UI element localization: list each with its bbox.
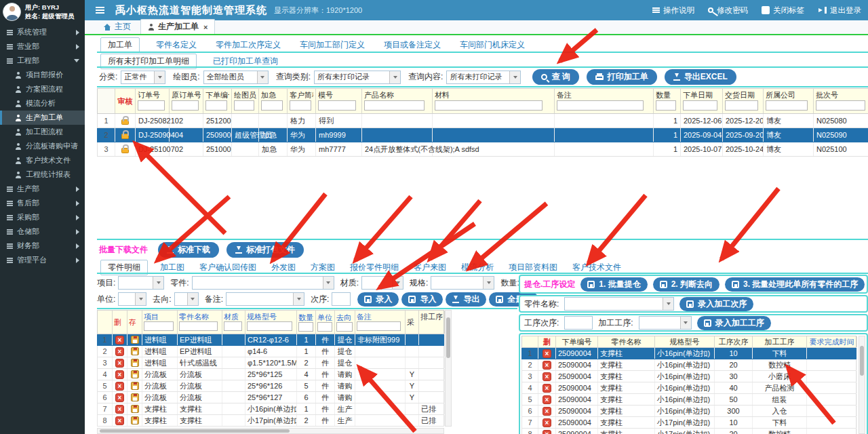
sidebar-group-item[interactable]: 生产部: [0, 182, 85, 196]
process-select[interactable]: [639, 316, 692, 330]
search-button[interactable]: 查 询: [532, 69, 578, 85]
part-row[interactable]: 5 分流板 分流板 25*96*126 5 件 请购 Y: [97, 380, 444, 392]
sidebar-group-engineering[interactable]: 工程部: [0, 54, 85, 68]
unit-filter-input[interactable]: [317, 322, 332, 332]
delete-icon[interactable]: [542, 349, 551, 358]
remark-filter-input[interactable]: [357, 321, 401, 331]
sidebar-group-item[interactable]: 仓储部: [0, 224, 85, 239]
process-row[interactable]: 3 25090004 支撑柱 小16pin(单边扣) 30 小磨床: [521, 371, 856, 382]
order-no-filter-input[interactable]: [138, 100, 165, 111]
export-excel-button[interactable]: 导出EXCEL: [665, 69, 736, 85]
batch-filter-input[interactable]: [816, 100, 865, 111]
process-row[interactable]: 6 25090004 支撑柱 小16pin(单边扣) 300 入仓: [521, 406, 856, 417]
order-code-filter-input[interactable]: [205, 100, 227, 111]
module-tab[interactable]: 项目或备注定义: [381, 38, 443, 52]
parts-vertical-scrollbar[interactable]: [445, 310, 452, 427]
module-tab[interactable]: 车间部门机床定义: [457, 38, 528, 52]
part-row[interactable]: 7 支撑柱 支撑柱 小16pin(单边扣) 1 件 生产 已排: [97, 403, 444, 415]
part-row[interactable]: 8 支撑柱 支撑柱 小17pin(单边扣) 2 件 生产 已排: [97, 415, 444, 427]
lock-icon[interactable]: [121, 148, 129, 153]
delivery-date-filter-input[interactable]: [725, 100, 758, 111]
tab-production-order[interactable]: 生产加工单 ×: [140, 19, 215, 34]
delete-icon[interactable]: [115, 405, 124, 414]
save-icon[interactable]: [131, 416, 139, 425]
save-icon[interactable]: [131, 382, 139, 390]
sidebar-sub-item[interactable]: 模流分析: [0, 96, 85, 111]
dest-filter-input[interactable]: [336, 322, 353, 332]
process-row[interactable]: 4 25090004 支撑柱 小16pin(单边扣) 40 产品检测: [521, 382, 856, 394]
sidebar-sub-item[interactable]: 工程统计报表: [0, 167, 85, 182]
part-row[interactable]: 6 分流板 分流板 25*96*127 6 件 请购 Y: [97, 392, 444, 403]
save-icon[interactable]: [131, 347, 139, 355]
part-row[interactable]: 2 进料咀 EP进料咀 φ14-6 1 件 提仓: [97, 346, 444, 357]
order-row[interactable]: 3 DJ-25100702 25100002 加急 华为 mh7777 24点开…: [97, 142, 868, 157]
module-tab[interactable]: 零件加工次序定义: [213, 38, 283, 52]
batch-store-button[interactable]: 1. 批量提仓: [580, 277, 647, 292]
part-row[interactable]: 1 进料咀 EP进料咀 CR12-φ12-6 1 件 提仓 非标附图999: [97, 334, 444, 346]
sidebar-sub-item[interactable]: 生产加工单: [0, 111, 85, 125]
process-row[interactable]: 5 25090004 支撑柱 小16pin(单边扣) 50 组装: [521, 394, 856, 406]
delete-icon[interactable]: [115, 393, 124, 402]
export-button[interactable]: 导出: [446, 292, 486, 307]
delete-icon[interactable]: [115, 336, 124, 344]
order-row[interactable]: 2 DJ-25090404 25090004 超级管理员 加急 华为 mh999…: [97, 128, 868, 142]
sidebar-toggle-icon[interactable]: [96, 9, 104, 11]
dest-select[interactable]: [174, 292, 199, 306]
save-icon[interactable]: [131, 336, 139, 344]
delete-icon[interactable]: [542, 418, 551, 427]
sidebar-group-item[interactable]: 财务部: [0, 239, 85, 253]
module-tab[interactable]: 加工单: [100, 37, 140, 53]
judge-dest-button[interactable]: 2. 判断去向: [653, 277, 719, 292]
sidebar-sub-item[interactable]: 项目部报价: [0, 68, 85, 82]
part-select[interactable]: [192, 276, 334, 290]
help-link[interactable]: 操作说明: [652, 5, 694, 16]
material-filter-input[interactable]: [224, 321, 242, 331]
delete-icon[interactable]: [115, 359, 124, 368]
drafter-select[interactable]: 全部绘图员: [203, 71, 269, 84]
part-filter-input[interactable]: [179, 321, 218, 331]
company-filter-input[interactable]: [766, 100, 808, 111]
close-icon[interactable]: ×: [203, 24, 208, 31]
process-row[interactable]: 7 25090004 支撑柱 小17pin(单边扣) 10 下料: [521, 417, 856, 429]
save-icon[interactable]: [131, 359, 139, 367]
save-icon[interactable]: [131, 393, 139, 401]
close-tabs-link[interactable]: 关闭标签: [762, 5, 804, 16]
qty-filter-input[interactable]: [656, 100, 676, 111]
sidebar-sub-item[interactable]: 加工图流程: [0, 125, 85, 139]
entry-sequence-button[interactable]: 录入加工次序: [679, 297, 753, 311]
old-order-no-filter-input[interactable]: [172, 100, 199, 111]
import-button[interactable]: 导入: [401, 292, 443, 307]
part-row[interactable]: 4 分流板 分流板 25*96*125 4 件 请购 Y: [97, 369, 444, 380]
spec-select[interactable]: [431, 276, 494, 290]
category-select[interactable]: 正常件: [121, 71, 165, 84]
sidebar-group-item[interactable]: 营业部: [0, 39, 85, 54]
delete-icon[interactable]: [542, 361, 551, 370]
sidebar-sub-item[interactable]: 客户技术文件: [0, 153, 85, 167]
module-tab[interactable]: 零件名定义: [153, 38, 199, 52]
sidebar-group-item[interactable]: 系统管理: [0, 25, 85, 39]
module-tab[interactable]: 车间加工部门定义: [297, 38, 368, 52]
parts-horizontal-scrollbar[interactable]: [97, 428, 444, 434]
tab-home[interactable]: 主页: [97, 20, 138, 34]
spec-filter-input[interactable]: [247, 321, 292, 331]
print-order-button[interactable]: 打印加工单: [587, 69, 657, 85]
batch-process-all-button[interactable]: 3. 批量处理此单所有零件的工序: [725, 277, 865, 292]
delete-icon[interactable]: [542, 430, 551, 434]
material-filter-input[interactable]: [435, 100, 542, 111]
sequence-input[interactable]: [564, 316, 593, 330]
unit-select[interactable]: [118, 292, 146, 306]
delete-icon[interactable]: [542, 384, 551, 393]
remark-filter-input[interactable]: [557, 100, 644, 111]
save-icon[interactable]: [131, 370, 139, 378]
sidebar-group-item[interactable]: 售后部: [0, 196, 85, 210]
qty-filter-input[interactable]: [298, 322, 313, 332]
remark-select[interactable]: [226, 292, 304, 306]
delete-icon[interactable]: [115, 370, 124, 379]
delete-icon[interactable]: [542, 395, 551, 404]
process-row[interactable]: 1 25090004 支撑柱 小16pin(单边扣) 10 下料: [521, 348, 856, 359]
entry-button[interactable]: 录入: [357, 292, 399, 307]
save-icon[interactable]: [131, 405, 139, 413]
change-password-link[interactable]: 修改密码: [708, 5, 748, 16]
product-filter-input[interactable]: [364, 100, 425, 111]
delete-icon[interactable]: [542, 407, 551, 416]
